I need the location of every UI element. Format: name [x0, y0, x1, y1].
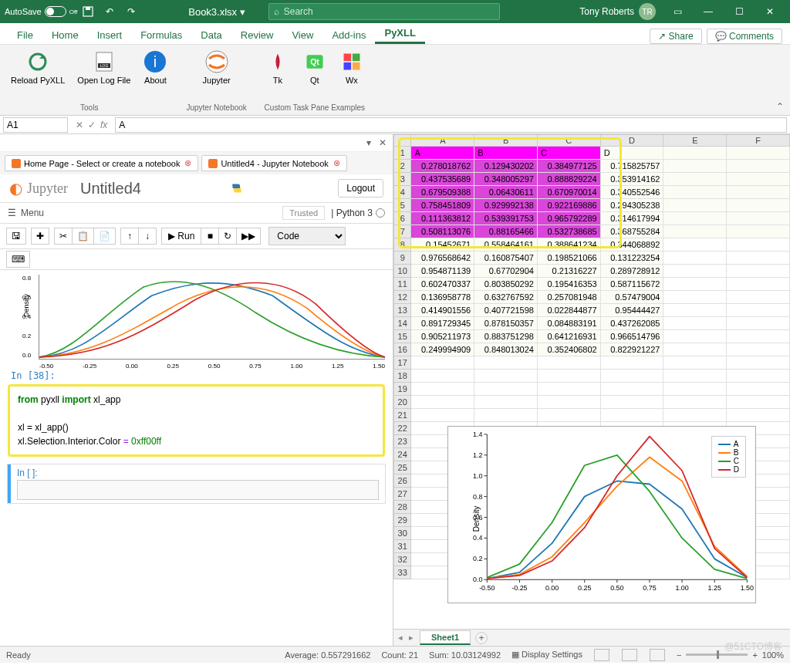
jupyter-button[interactable]: Jupyter — [200, 48, 234, 86]
row-header[interactable]: 17 — [394, 356, 411, 370]
tab-review[interactable]: Review — [231, 26, 283, 44]
cell[interactable] — [663, 238, 727, 252]
cell[interactable] — [600, 409, 663, 422]
cell[interactable]: 0.414901556 — [411, 304, 474, 317]
cell[interactable] — [727, 173, 790, 186]
cell[interactable] — [474, 383, 538, 396]
col-header[interactable]: D — [600, 135, 663, 147]
cell[interactable] — [537, 383, 600, 396]
cell[interactable] — [663, 199, 727, 212]
cell[interactable] — [663, 356, 727, 370]
cell[interactable]: 0.976568642 — [411, 252, 474, 265]
embedded-chart[interactable]: Density -0.50-0.250.000.250.500.751.001.… — [447, 426, 756, 603]
move-down-button[interactable]: ↓ — [138, 228, 157, 245]
row-header[interactable]: 9 — [394, 252, 411, 265]
cell[interactable] — [727, 238, 790, 252]
user-name[interactable]: Tony Roberts — [579, 6, 634, 17]
cell[interactable]: 0.532738685 — [537, 225, 600, 238]
cell[interactable]: 0.368755284 — [600, 225, 663, 238]
fx-icon[interactable]: fx — [100, 120, 107, 130]
collapse-ribbon-icon[interactable]: ⌃ — [776, 101, 784, 112]
cell[interactable]: 0.632767592 — [474, 291, 538, 304]
redo-icon[interactable]: ↷ — [123, 4, 139, 19]
row-header[interactable]: 1 — [394, 147, 411, 160]
minimize-icon[interactable]: — — [693, 0, 724, 23]
cell[interactable] — [663, 225, 727, 238]
row-header[interactable]: 28 — [394, 501, 411, 514]
menu-label[interactable]: Menu — [21, 208, 44, 218]
cell[interactable]: 0.954871139 — [411, 265, 474, 278]
col-header[interactable]: E — [663, 135, 727, 147]
name-box[interactable] — [3, 117, 68, 133]
cell[interactable] — [663, 265, 727, 278]
cell[interactable] — [537, 370, 600, 383]
tab-data[interactable]: Data — [191, 26, 231, 44]
cell[interactable]: 0.641216931 — [537, 330, 600, 343]
wx-button[interactable]: Wx — [336, 48, 367, 86]
pane-close-icon[interactable]: ✕ — [379, 137, 387, 148]
cell[interactable]: 0.587115672 — [600, 278, 663, 291]
cell[interactable]: 0.679509388 — [411, 186, 474, 199]
row-header[interactable]: 10 — [394, 265, 411, 278]
cell[interactable] — [663, 383, 727, 396]
cell[interactable]: 0.558464161 — [474, 238, 538, 252]
cell[interactable] — [663, 330, 727, 343]
row-header[interactable]: 21 — [394, 409, 411, 422]
cell[interactable]: 0.67702904 — [474, 265, 538, 278]
close-icon[interactable]: ✕ — [755, 0, 785, 23]
row-header[interactable]: 7 — [394, 225, 411, 238]
cell[interactable] — [663, 396, 727, 409]
cell[interactable]: 0.289728912 — [600, 265, 663, 278]
row-header[interactable]: 25 — [394, 461, 411, 474]
cell[interactable]: 0.294305238 — [600, 199, 663, 212]
cell[interactable]: 0.891729345 — [411, 317, 474, 330]
open-log-button[interactable]: LOGOpen Log File — [74, 48, 133, 86]
cell[interactable] — [727, 330, 790, 343]
cell[interactable]: 0.129430202 — [474, 160, 538, 173]
move-up-button[interactable]: ↑ — [120, 228, 139, 245]
cell[interactable]: 0.602470337 — [411, 278, 474, 291]
cell[interactable]: 0.160875407 — [474, 252, 538, 265]
cell[interactable]: 0.314617994 — [600, 212, 663, 225]
cell[interactable] — [411, 383, 474, 396]
autosave-toggle[interactable]: AutoSave Off — [5, 6, 77, 17]
row-header[interactable]: 14 — [394, 317, 411, 330]
cell[interactable] — [663, 186, 727, 199]
cell[interactable]: 0.670970014 — [537, 186, 600, 199]
cell[interactable]: 0.388641234 — [537, 238, 600, 252]
row-header[interactable]: 22 — [394, 422, 411, 435]
cell[interactable] — [411, 396, 474, 409]
cell[interactable]: 0.966514796 — [600, 330, 663, 343]
cell[interactable]: B — [474, 147, 538, 160]
notebook-title[interactable]: Untitled4 — [80, 180, 141, 198]
cell[interactable] — [663, 160, 727, 173]
cell[interactable] — [727, 317, 790, 330]
col-header[interactable]: F — [727, 135, 790, 147]
cell[interactable] — [663, 212, 727, 225]
row-header[interactable]: 26 — [394, 474, 411, 488]
cell[interactable] — [663, 173, 727, 186]
cell[interactable]: 0.340552546 — [600, 186, 663, 199]
paste-button[interactable]: 📄 — [93, 228, 116, 245]
row-header[interactable]: 29 — [394, 514, 411, 527]
cell[interactable] — [727, 252, 790, 265]
hamburger-icon[interactable]: ☰ — [8, 208, 16, 218]
cell[interactable]: 0.198521066 — [537, 252, 600, 265]
view-break[interactable] — [650, 649, 665, 661]
cell[interactable] — [600, 370, 663, 383]
cell[interactable] — [727, 409, 790, 422]
cell[interactable]: 0.57479004 — [600, 291, 663, 304]
cell[interactable]: 0.437262085 — [600, 317, 663, 330]
row-header[interactable]: 32 — [394, 553, 411, 566]
view-normal[interactable] — [594, 649, 609, 661]
cell[interactable]: 0.111363812 — [411, 212, 474, 225]
tab-addins[interactable]: Add-ins — [322, 26, 375, 44]
avatar[interactable]: TR — [639, 3, 656, 20]
sheet-nav-prev[interactable]: ◂ — [398, 633, 403, 643]
cell[interactable] — [663, 317, 727, 330]
view-layout[interactable] — [622, 649, 637, 661]
search-input[interactable]: ⌕ Search — [268, 3, 500, 20]
about-button[interactable]: iAbout — [140, 48, 170, 86]
restart-button[interactable]: ↻ — [218, 228, 237, 245]
stop-button[interactable]: ■ — [201, 228, 219, 245]
